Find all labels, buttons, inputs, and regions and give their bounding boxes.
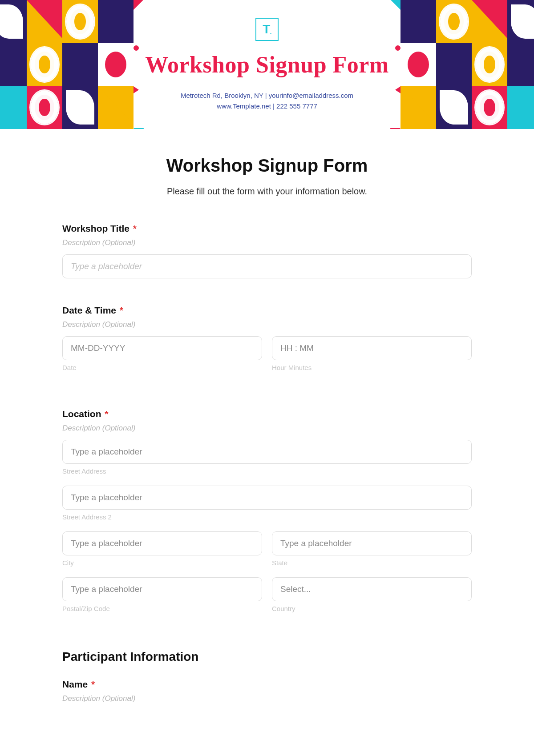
desc-location: Description (Optional)	[62, 424, 472, 433]
sublabel-country: Country	[272, 605, 472, 612]
input-street-address[interactable]	[62, 440, 472, 464]
input-postal-code[interactable]	[62, 577, 262, 601]
sublabel-street: Street Address	[62, 467, 472, 475]
required-mark: *	[133, 223, 137, 233]
field-datetime: Date & Time * Description (Optional) Dat…	[62, 305, 472, 382]
accent-arrows-right	[391, 0, 400, 129]
decorative-pattern-right	[400, 0, 534, 129]
desc-name: Description (Optional)	[62, 694, 472, 703]
brand-logo-text: T	[263, 22, 270, 36]
page-title: Workshop Signup Form	[62, 156, 472, 176]
field-workshop-title: Workshop Title * Description (Optional)	[62, 223, 472, 278]
sublabel-state: State	[272, 559, 472, 567]
input-city[interactable]	[62, 531, 262, 555]
sublabel-time: Hour Minutes	[272, 364, 472, 371]
sublabel-city: City	[62, 559, 262, 567]
sublabel-date: Date	[62, 364, 262, 371]
accent-arrows-left	[134, 0, 143, 129]
hero-contact-info: Metrotech Rd, Brooklyn, NY | yourinfo@em…	[181, 90, 353, 112]
brand-logo: T.	[255, 18, 279, 41]
sublabel-postal: Postal/Zip Code	[62, 605, 262, 612]
required-mark: *	[105, 409, 108, 419]
input-time[interactable]	[272, 336, 472, 360]
input-workshop-title[interactable]	[62, 254, 472, 278]
select-country[interactable]	[272, 577, 472, 601]
label-workshop-title: Workshop Title *	[62, 223, 472, 234]
label-datetime: Date & Time *	[62, 305, 472, 316]
field-name: Name * Description (Optional)	[62, 679, 472, 703]
hero-sub-line1: Metrotech Rd, Brooklyn, NY | yourinfo@em…	[181, 90, 353, 101]
hero-banner: T. Workshop Signup Form Metrotech Rd, Br…	[0, 0, 534, 129]
desc-datetime: Description (Optional)	[62, 320, 472, 329]
input-state[interactable]	[272, 531, 472, 555]
decorative-pattern-left	[0, 0, 134, 129]
label-name: Name *	[62, 679, 472, 690]
hero-sub-line2: www.Template.net | 222 555 7777	[181, 101, 353, 112]
brand-logo-dot: .	[270, 28, 271, 36]
field-location: Location * Description (Optional) Street…	[62, 409, 472, 623]
form-subtitle: Please fill out the form with your infor…	[62, 186, 472, 197]
input-date[interactable]	[62, 336, 262, 360]
input-street-address-2[interactable]	[62, 486, 472, 510]
hero-title: Workshop Signup Form	[145, 52, 389, 78]
form-container: Workshop Signup Form Please fill out the…	[53, 156, 481, 728]
sublabel-street2: Street Address 2	[62, 513, 472, 521]
section-participant-info: Participant Information	[62, 650, 472, 664]
required-mark: *	[91, 679, 95, 689]
required-mark: *	[120, 305, 123, 315]
label-location: Location *	[62, 409, 472, 419]
desc-workshop-title: Description (Optional)	[62, 238, 472, 247]
